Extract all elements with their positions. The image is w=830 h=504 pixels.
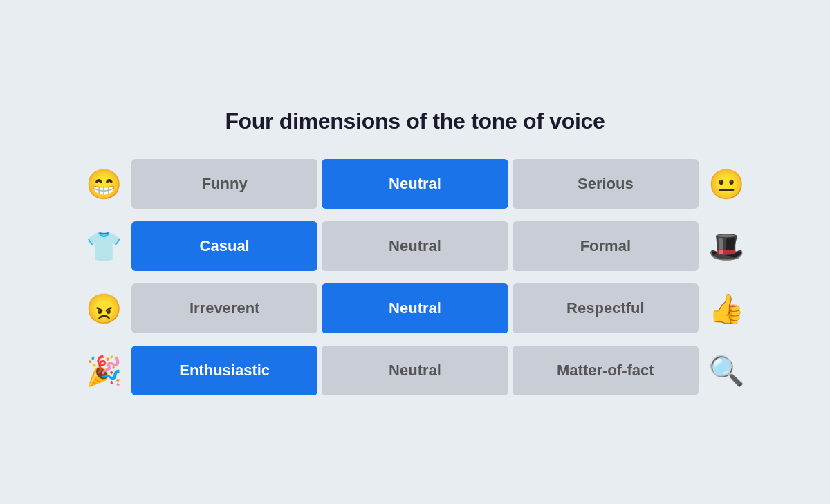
- right-emoji-0: 😐: [706, 163, 747, 205]
- dimension-row-2: 😠IrreverentNeutralRespectful👍: [83, 283, 747, 333]
- dimension-row-0: 😁FunnyNeutralSerious😐: [83, 159, 747, 209]
- segment-3-1[interactable]: Neutral: [322, 346, 508, 395]
- dimensions-grid: 😁FunnyNeutralSerious😐👕CasualNeutralForma…: [83, 159, 747, 395]
- segments-0: FunnyNeutralSerious: [131, 159, 699, 209]
- segment-2-2[interactable]: Respectful: [513, 283, 699, 333]
- segments-2: IrreverentNeutralRespectful: [131, 283, 699, 333]
- segments-3: EnthusiasticNeutralMatter-of-fact: [131, 346, 699, 395]
- segment-3-0[interactable]: Enthusiastic: [131, 346, 317, 395]
- right-emoji-3: 🔍: [706, 350, 747, 391]
- segment-1-0[interactable]: Casual: [131, 221, 317, 271]
- right-emoji-1: 🎩: [706, 225, 747, 267]
- segment-2-1[interactable]: Neutral: [322, 283, 508, 333]
- segment-3-2[interactable]: Matter-of-fact: [513, 346, 699, 395]
- segment-0-0[interactable]: Funny: [131, 159, 317, 209]
- dimension-row-3: 🎉EnthusiasticNeutralMatter-of-fact🔍: [83, 346, 747, 395]
- segment-1-2[interactable]: Formal: [513, 221, 699, 271]
- dimension-row-1: 👕CasualNeutralFormal🎩: [83, 221, 747, 271]
- left-emoji-3: 🎉: [83, 350, 124, 391]
- page-title: Four dimensions of the tone of voice: [225, 109, 605, 134]
- segment-2-0[interactable]: Irreverent: [131, 283, 317, 333]
- segment-0-2[interactable]: Serious: [513, 159, 699, 209]
- left-emoji-0: 😁: [83, 163, 124, 205]
- segment-1-1[interactable]: Neutral: [322, 221, 508, 271]
- right-emoji-2: 👍: [706, 288, 747, 329]
- segment-0-1[interactable]: Neutral: [322, 159, 508, 209]
- left-emoji-2: 😠: [83, 288, 124, 329]
- segments-1: CasualNeutralFormal: [131, 221, 699, 271]
- left-emoji-1: 👕: [83, 225, 124, 267]
